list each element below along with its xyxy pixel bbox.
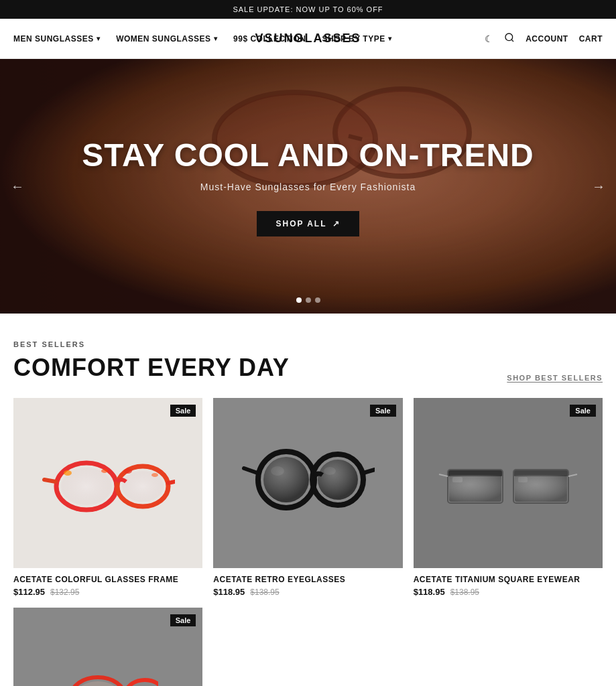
product-prices-2: $118.95 $138.95	[213, 587, 402, 597]
nav-men-sunglasses[interactable]: MEN SUNGLASSES ▾	[13, 34, 100, 44]
svg-point-22	[318, 460, 358, 500]
product-image-bg-3	[414, 398, 603, 568]
dot-2[interactable]	[306, 297, 311, 303]
product-card-1[interactable]: Sale ACETATE COLORFUL GLASSES FRAME $112…	[13, 398, 202, 597]
nav-right: ☾ ACCOUNT CART	[391, 32, 603, 45]
hero-banner: ← STAY COOL AND ON-TREND Must-Have Sungl…	[0, 59, 616, 314]
product-name-1: ACETATE COLORFUL GLASSES FRAME	[13, 575, 202, 584]
hero-title: STAY COOL AND ON-TREND	[82, 137, 534, 174]
search-icon[interactable]	[504, 32, 515, 45]
product-name-2: ACETATE RETRO EYEGLASSES	[213, 575, 402, 584]
chevron-down-icon: ▾	[97, 35, 101, 42]
product-card-4[interactable]: Sale	[13, 608, 202, 686]
section-title: COMFORT EVERY DAY	[13, 354, 290, 382]
hero-next-button[interactable]: →	[592, 179, 605, 194]
svg-line-13	[44, 480, 56, 482]
product-grid-extra: Sale	[13, 608, 603, 686]
price-current-1: $112.95	[13, 587, 45, 597]
arrow-icon: ↗	[332, 219, 341, 228]
hero-cta-button[interactable]: SHOP ALL ↗	[257, 211, 359, 236]
product-grid: Sale ACETATE COLORFUL GLASSES FRAME $112…	[13, 398, 603, 597]
navigation: MEN SUNGLASSES ▾ WOMEN SUNGLASSES ▾ 99$ …	[0, 19, 616, 59]
product-badge-4: Sale	[170, 614, 196, 626]
product-prices-1: $112.95 $132.95	[13, 587, 202, 597]
svg-point-18	[151, 473, 158, 477]
hero-dots	[296, 297, 320, 303]
product-image-4: Sale	[13, 608, 202, 686]
svg-point-17	[124, 468, 132, 474]
price-original-3: $138.95	[450, 588, 479, 597]
brand-logo[interactable]: VSUNGLASSES	[255, 31, 361, 46]
svg-point-16	[101, 469, 108, 473]
best-sellers-section: BEST SELLERS COMFORT EVERY DAY SHOP BEST…	[0, 314, 616, 686]
svg-line-34	[439, 474, 448, 476]
svg-point-25	[271, 466, 284, 476]
chevron-down-icon: ▾	[214, 35, 218, 42]
product-image-2: Sale	[213, 398, 402, 568]
price-current-2: $118.95	[213, 587, 245, 597]
section-header: COMFORT EVERY DAY SHOP BEST SELLERS	[13, 354, 603, 382]
svg-line-23	[244, 468, 257, 473]
product-card-3[interactable]: Sale ACETATE TITANIUM SQUARE EYEWEAR $11…	[414, 398, 603, 597]
product-card-2[interactable]: Sale ACETATE RETRO EYEGLASSES $118.95 $1…	[213, 398, 402, 597]
announcement-bar: SALE UPDATE: NOW UP TO 60% OFF	[0, 0, 616, 19]
shop-best-sellers-link[interactable]: SHOP BEST SELLERS	[507, 374, 603, 382]
product-prices-3: $118.95 $138.95	[414, 587, 603, 597]
dot-1[interactable]	[296, 297, 302, 303]
moon-icon[interactable]: ☾	[485, 33, 493, 44]
svg-line-35	[568, 474, 577, 476]
svg-point-15	[64, 470, 72, 476]
svg-point-0	[505, 33, 513, 41]
hero-content: STAY COOL AND ON-TREND Must-Have Sunglas…	[82, 137, 534, 236]
svg-line-1	[511, 40, 513, 42]
product-image-1: Sale	[13, 398, 202, 568]
svg-point-40	[125, 680, 158, 686]
product-image-bg-2	[213, 398, 402, 568]
product-badge-1: Sale	[170, 405, 196, 417]
price-original-1: $132.95	[50, 588, 79, 597]
cart-button[interactable]: CART	[579, 34, 603, 44]
price-original-2: $138.95	[250, 588, 279, 597]
product-badge-2: Sale	[370, 405, 396, 417]
product-image-3: Sale	[414, 398, 603, 568]
svg-point-20	[263, 457, 309, 502]
product-badge-3: Sale	[570, 405, 596, 417]
section-label: BEST SELLERS	[13, 340, 603, 348]
hero-prev-button[interactable]: ←	[11, 179, 24, 194]
product-name-3: ACETATE TITANIUM SQUARE EYEWEAR	[414, 575, 603, 584]
svg-rect-36	[452, 477, 463, 482]
nav-women-sunglasses[interactable]: WOMEN SUNGLASSES ▾	[116, 34, 217, 44]
svg-line-14	[168, 482, 175, 483]
price-current-3: $118.95	[414, 587, 445, 597]
announcement-text: SALE UPDATE: NOW UP TO 60% OFF	[233, 5, 383, 13]
hero-subtitle: Must-Have Sunglasses for Every Fashionis…	[82, 182, 534, 192]
svg-line-24	[363, 470, 375, 473]
dot-3[interactable]	[315, 297, 320, 303]
account-button[interactable]: ACCOUNT	[526, 34, 568, 44]
svg-rect-37	[518, 477, 528, 482]
product-image-bg-1	[13, 398, 202, 568]
svg-point-26	[324, 467, 336, 475]
